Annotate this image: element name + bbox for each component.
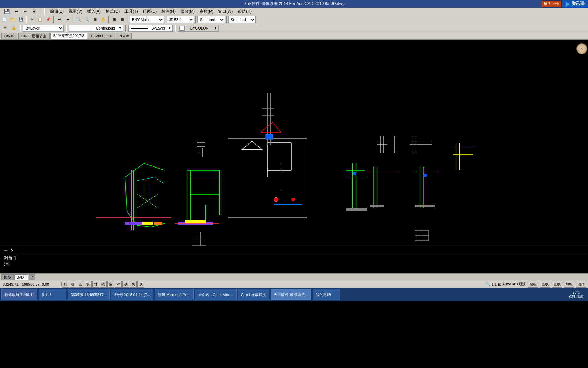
action-btn[interactable]: 动作 — [576, 281, 586, 288]
layout-tab-add[interactable]: / — [29, 274, 35, 280]
cut-icon[interactable]: ✂ — [28, 16, 36, 23]
tab-el[interactable]: EL-801~804 — [88, 33, 115, 39]
save-icon[interactable]: 💾 — [17, 16, 25, 23]
taskbar-item-4[interactable]: 新建 Microsoft Po... — [155, 289, 193, 300]
sep7 — [226, 16, 227, 23]
taskbar-clock: 29°C CPU温度 — [566, 290, 587, 299]
ortho-btn[interactable]: 正 — [77, 281, 84, 288]
dim-style-select[interactable]: JDBZ-1 — [167, 16, 194, 23]
tab-supplement-nodes[interactable]: 8#补充节点2017.8 — [50, 33, 87, 39]
workspace-select[interactable]: AutoCAD 经典 — [502, 281, 527, 287]
qp-btn[interactable]: 快 — [130, 281, 137, 288]
taskbar-item-3[interactable]: 8号楼2018.04.14 (7... — [111, 289, 153, 300]
layer-icon[interactable]: ▦ — [119, 16, 126, 23]
zoom-in-icon[interactable]: 🔍 — [75, 16, 82, 23]
new-icon[interactable]: 📄 — [1, 16, 8, 23]
linetype-dropdown-icon[interactable]: ▼ — [119, 26, 122, 30]
quick-save-icon[interactable]: 💾 — [1, 8, 12, 15]
menu-item-window[interactable]: 窗口(W) — [216, 8, 235, 15]
baseline-btn-1[interactable]: 基线 — [540, 281, 550, 288]
taskbar-item-8[interactable]: 我的电脑 — [313, 289, 340, 300]
dyn-btn[interactable]: 对 — [115, 281, 122, 288]
zoom-icon[interactable]: 🔍 — [485, 282, 491, 287]
lineweight-selector[interactable]: ByLayer ▼ — [128, 25, 173, 32]
cpu-label: CPU温度 — [568, 295, 585, 299]
tab-8jd[interactable]: 8#-JD — [1, 33, 17, 39]
svg-point-39 — [291, 198, 295, 201]
tab-pl[interactable]: PL-8# — [116, 33, 132, 39]
print-icon[interactable]: 🖨 — [30, 8, 38, 15]
model-tab[interactable]: 模型 — [1, 274, 14, 280]
undo-btn[interactable]: ↩ — [56, 16, 63, 23]
redo-icon[interactable]: ↪ — [21, 8, 29, 15]
color-label: BYCOLOR — [190, 26, 209, 30]
svg-rect-0 — [0, 40, 588, 246]
command-prompt-2: 消: — [4, 261, 584, 268]
menu-item-insert[interactable]: 插入(A) — [85, 8, 103, 15]
menu-item-params[interactable]: 参数(P) — [197, 8, 215, 15]
linetype-line — [70, 26, 92, 30]
polar-btn[interactable]: 极 — [85, 281, 92, 288]
taskbar-item-5[interactable]: 未命名 - Corel Vide... — [195, 289, 237, 300]
sep4 — [108, 16, 109, 23]
taskbar-item-2[interactable]: 360截图164605247... — [68, 289, 110, 300]
command-nav-x[interactable]: × — [11, 248, 14, 253]
redo-btn[interactable]: ↪ — [64, 16, 71, 23]
viewport-icon[interactable]: ⊡ — [498, 282, 501, 287]
svg-rect-12 — [142, 222, 153, 225]
standard-select-2[interactable]: Standard — [228, 16, 256, 23]
copy-icon[interactable]: 📋 — [36, 16, 44, 23]
taskbar-item-6[interactable]: Corel 屏幕捕捉 — [238, 289, 269, 300]
ducs-btn[interactable]: 空 — [107, 281, 114, 288]
sep-p3 — [125, 25, 126, 32]
layer-freeze-icon[interactable]: ☀ — [1, 24, 9, 32]
standard-select-1[interactable]: Standard — [197, 16, 225, 23]
properties-icon[interactable]: ⊟ — [110, 16, 118, 23]
cad-canvas[interactable]: 金字塔建筑 幕墙教育 N — [0, 40, 588, 246]
open-icon[interactable]: 📂 — [9, 16, 16, 23]
upload-button[interactable]: 抢先上传 — [542, 1, 561, 7]
zoom-extents-icon[interactable]: ⊞ — [91, 16, 99, 23]
menu-item-format[interactable]: 格式(O) — [104, 8, 122, 15]
snap-btn[interactable]: 捕 — [62, 281, 69, 288]
layer-select[interactable]: ByLayer — [23, 25, 64, 32]
cad-drawing: 金字塔建筑 幕墙教育 — [0, 40, 588, 246]
svg-rect-48 — [266, 134, 273, 139]
svg-rect-11 — [125, 222, 142, 225]
menu-item-draw[interactable]: 绘图(D) — [141, 8, 159, 15]
taskbar: 新修改施工图6.14 图片3 360截图164605247... 8号楼2018… — [0, 288, 588, 301]
zoom-out-icon[interactable]: 🔍 — [83, 16, 91, 23]
linetype-selector[interactable]: Continuous ▼ — [69, 25, 123, 32]
taskbar-item-0[interactable]: 新修改施工图6.14 — [1, 289, 37, 300]
menu-item-help[interactable]: 帮助(H) — [236, 8, 254, 15]
undo-icon[interactable]: ↩ — [13, 8, 21, 15]
layout-tabs: 模型 8#DT / — [0, 273, 588, 280]
svg-rect-28 — [185, 220, 206, 223]
pan-icon[interactable]: ✋ — [99, 16, 107, 23]
prop-btn[interactable]: 属 — [137, 281, 144, 288]
tab-roof-nodes[interactable]: 8#-JD屋面节点 — [18, 33, 49, 39]
osnap-btn[interactable]: 对 — [92, 281, 99, 288]
menu-item-view[interactable]: 视图(V) — [67, 8, 84, 15]
command-nav-arrow[interactable]: → — [3, 248, 8, 253]
layout-tab-8dt[interactable]: 8#DT — [14, 274, 28, 280]
lineweight-dropdown-icon[interactable]: ▼ — [168, 26, 171, 30]
menu-item-annotate[interactable]: 标注(N) — [159, 8, 178, 15]
menu-item-modify[interactable]: 修改(M) — [178, 8, 197, 15]
lineweight-btn[interactable]: 动 — [122, 281, 129, 288]
menu-item-edit[interactable]: 编辑(E) — [48, 8, 66, 15]
text-style-select[interactable]: BNY-Main — [130, 16, 164, 23]
lineweight-line — [130, 26, 148, 30]
color-dropdown-icon[interactable]: ▼ — [214, 26, 217, 30]
color-selector[interactable]: BYCOLOR ▼ — [178, 25, 219, 32]
otrack-btn[interactable]: 线 — [100, 281, 107, 288]
layer-lock-icon[interactable]: 🔓 — [10, 24, 18, 32]
paste-icon[interactable]: 📌 — [45, 16, 52, 23]
group-btn[interactable]: 编组 — [528, 281, 538, 288]
taskbar-item-7[interactable]: 天正软件-建筑系统... — [271, 289, 311, 300]
bold-btn[interactable]: 加粗 — [564, 281, 574, 288]
baseline-btn-2[interactable]: 基线 — [552, 281, 562, 288]
taskbar-item-1[interactable]: 图片3 — [39, 289, 66, 300]
grid-btn[interactable]: 栅 — [70, 281, 76, 288]
menu-item-tools[interactable]: 工具(T) — [122, 8, 140, 15]
